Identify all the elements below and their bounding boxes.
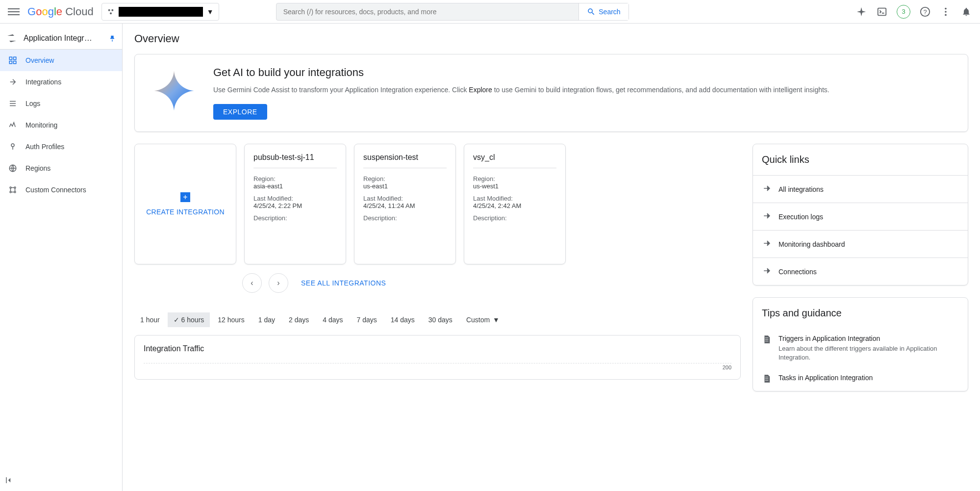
sidebar-item-custom-connectors[interactable]: Custom Connectors [0, 179, 122, 201]
time-range-4-days[interactable]: 4 days [317, 312, 349, 327]
svg-point-1 [111, 9, 113, 11]
project-picker[interactable]: ▼ [101, 3, 219, 21]
svg-rect-3 [878, 8, 886, 15]
quick-links-title: Quick links [753, 144, 968, 175]
prev-page-button[interactable]: ‹ [242, 273, 262, 293]
cloud-shell-icon[interactable] [876, 6, 888, 18]
arrow-right-icon [762, 183, 772, 195]
time-range-1-day[interactable]: 1 day [252, 312, 281, 327]
sidebar-item-regions[interactable]: Regions [0, 157, 122, 179]
ai-promo-card: Get AI to build your integrations Use Ge… [134, 54, 968, 132]
modified-value: 4/25/24, 11:24 AM [363, 202, 447, 209]
arrow-right-icon [762, 211, 772, 222]
time-range-7-days[interactable]: 7 days [351, 312, 383, 327]
help-icon[interactable]: ? [919, 6, 931, 18]
sidebar-item-integrations[interactable]: Integrations [0, 71, 122, 93]
svg-point-13 [11, 144, 14, 147]
region-label: Region: [253, 175, 337, 182]
sidebar-item-logs[interactable]: Logs [0, 93, 122, 114]
more-icon[interactable] [940, 6, 952, 18]
explore-button[interactable]: EXPLORE [213, 104, 267, 120]
quick-link-label: Execution logs [779, 213, 823, 221]
search-button[interactable]: Search [578, 3, 628, 20]
arrow-right-icon [762, 266, 772, 277]
sidebar-item-label: Regions [25, 164, 50, 172]
region-value: us-east1 [363, 182, 447, 190]
main-content: Overview Get AI to build your integratio… [123, 24, 980, 491]
svg-point-7 [945, 11, 947, 13]
integration-name: vsy_cl [473, 153, 556, 168]
time-range-30-days[interactable]: 30 days [423, 312, 458, 327]
description-label: Description: [363, 214, 447, 222]
sidebar-item-label: Integrations [25, 78, 61, 86]
integration-name: suspension-test [363, 153, 447, 168]
svg-rect-11 [9, 61, 12, 64]
time-range-1-hour[interactable]: 1 hour [134, 312, 166, 327]
time-range-custom[interactable]: Custom ▼ [460, 312, 505, 327]
quick-link-label: Monitoring dashboard [779, 240, 845, 248]
quick-link-connections[interactable]: Connections [753, 258, 968, 285]
quick-link-label: Connections [779, 268, 817, 276]
time-range-2-days[interactable]: 2 days [283, 312, 315, 327]
google-cloud-logo[interactable]: Google Cloud [27, 5, 94, 18]
svg-point-16 [14, 187, 16, 188]
traffic-title: Integration Traffic [144, 344, 731, 353]
tip-title: Triggers in Application Integration [779, 335, 959, 342]
sidebar-item-monitoring[interactable]: Monitoring [0, 114, 122, 136]
search-input[interactable] [276, 8, 579, 16]
tip-item[interactable]: Triggers in Application IntegrationLearn… [753, 329, 968, 368]
sidebar-header: Application Integr… [0, 27, 122, 50]
quick-link-execution-logs[interactable]: Execution logs [753, 203, 968, 230]
quick-link-label: All integrations [779, 185, 824, 193]
sidebar-item-label: Auth Profiles [25, 143, 64, 151]
svg-rect-10 [14, 57, 16, 59]
next-page-button[interactable]: › [269, 273, 288, 293]
svg-point-8 [945, 14, 947, 16]
notifications-icon[interactable] [960, 6, 972, 18]
connectors-icon [8, 185, 18, 195]
document-icon [762, 374, 772, 385]
see-all-integrations-link[interactable]: SEE ALL INTEGRATIONS [301, 279, 386, 287]
svg-point-0 [108, 9, 110, 11]
custom-label: Custom [466, 316, 490, 324]
integration-card[interactable]: suspension-test Region:us-east1 Last Mod… [354, 144, 456, 264]
promo-title: Get AI to build your integrations [213, 66, 829, 79]
menu-icon[interactable] [8, 6, 20, 18]
tip-description: Learn about the different triggers avail… [779, 344, 959, 362]
time-range-12-hours[interactable]: 12 hours [212, 312, 250, 327]
sidebar-title: Application Integr… [24, 34, 102, 43]
region-label: Region: [473, 175, 556, 182]
gemini-icon[interactable] [855, 6, 867, 18]
pin-icon[interactable] [108, 34, 116, 42]
time-range-6-hours[interactable]: 6 hours [168, 312, 210, 327]
monitoring-icon [8, 120, 18, 130]
svg-point-6 [945, 7, 947, 9]
search-box: Search [276, 3, 629, 21]
collapse-sidebar-icon[interactable] [5, 476, 14, 486]
sidebar: Application Integr… OverviewIntegrations… [0, 24, 123, 491]
svg-point-17 [10, 191, 11, 193]
create-integration-label: CREATE INTEGRATION [146, 208, 225, 216]
description-label: Description: [253, 214, 337, 222]
tip-item[interactable]: Tasks in Application Integration [753, 368, 968, 391]
integration-card[interactable]: pubsub-test-sj-11 Region:asia-east1 Last… [244, 144, 346, 264]
tips-panel: Tips and guidance Triggers in Applicatio… [753, 297, 968, 391]
create-integration-card[interactable]: +CREATE INTEGRATION [134, 144, 236, 264]
time-range-14-days[interactable]: 14 days [385, 312, 421, 327]
search-icon [587, 7, 596, 16]
dropdown-icon: ▼ [493, 316, 500, 324]
trial-badge[interactable]: 3 [897, 5, 910, 19]
description-label: Description: [473, 214, 556, 222]
badge-count: 3 [902, 8, 905, 15]
integrations-icon [8, 77, 18, 87]
quick-link-all-integrations[interactable]: All integrations [753, 175, 968, 203]
sidebar-item-auth-profiles[interactable]: Auth Profiles [0, 136, 122, 157]
quick-link-monitoring-dashboard[interactable]: Monitoring dashboard [753, 230, 968, 258]
integration-card[interactable]: vsy_cl Region:us-west1 Last Modified:4/2… [464, 144, 566, 264]
sidebar-item-label: Monitoring [25, 121, 57, 129]
project-icon [107, 8, 115, 16]
modified-label: Last Modified: [473, 195, 556, 202]
page-title: Overview [123, 24, 980, 54]
sidebar-item-overview[interactable]: Overview [0, 50, 122, 71]
sidebar-item-label: Custom Connectors [25, 186, 86, 194]
